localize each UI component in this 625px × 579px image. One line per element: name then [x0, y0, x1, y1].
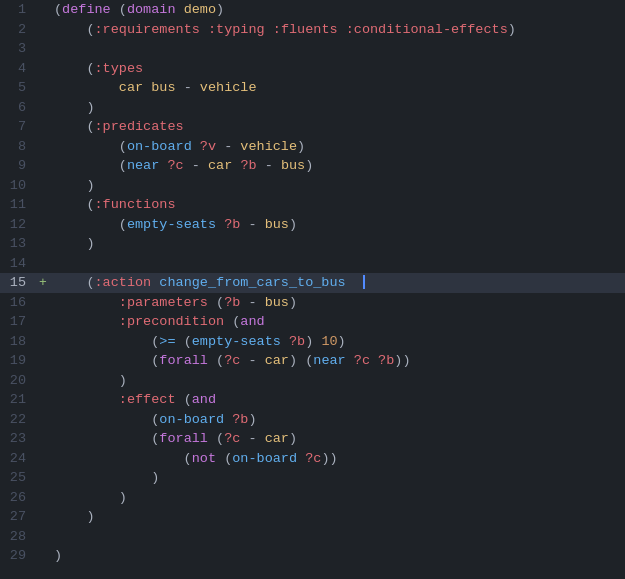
token-plain: [54, 178, 86, 193]
code-line: 15+ (:action change_from_cars_to_bus: [0, 273, 625, 293]
code-content: (:functions: [50, 195, 176, 215]
token-plain: [338, 22, 346, 37]
token-var: ?c: [224, 353, 240, 368]
code-line: 29): [0, 546, 625, 566]
line-number: 23: [0, 429, 36, 449]
token-logic-kw: forall: [159, 353, 208, 368]
token-logic-kw: and: [240, 314, 264, 329]
token-paren: (: [176, 334, 192, 349]
token-var: ?c: [305, 451, 321, 466]
token-action-name: change_from_cars_to_bus: [159, 275, 345, 290]
token-pred-name: empty-seats: [192, 334, 281, 349]
code-line: 12 (empty-seats ?b - bus): [0, 215, 625, 235]
token-pred-name: on-board: [159, 412, 224, 427]
token-dash: -: [216, 139, 240, 154]
line-number: 14: [0, 254, 36, 274]
code-line: 2 (:requirements :typing :fluents :condi…: [0, 20, 625, 40]
token-pred-name: near: [127, 158, 159, 173]
token-plain: [54, 236, 86, 251]
token-logic-kw: not: [192, 451, 216, 466]
token-type-name: car: [119, 80, 143, 95]
token-paren: (: [111, 2, 127, 17]
token-kw-req: :precondition: [119, 314, 224, 329]
token-plain: [265, 22, 273, 37]
line-number: 6: [0, 98, 36, 118]
token-kw-define: define: [62, 2, 111, 17]
line-number: 8: [0, 137, 36, 157]
token-var: ?b: [378, 353, 394, 368]
line-number: 18: [0, 332, 36, 352]
code-content: ): [50, 488, 127, 508]
code-content: (forall (?c - car) (near ?c ?b)): [50, 351, 411, 371]
token-dash: -: [240, 217, 264, 232]
code-content: ): [50, 176, 95, 196]
line-number: 21: [0, 390, 36, 410]
token-paren: (: [54, 119, 95, 134]
code-line: 7 (:predicates: [0, 117, 625, 137]
token-kw-req: :typing: [208, 22, 265, 37]
token-plain: [297, 451, 305, 466]
code-content: (>= (empty-seats ?b) 10): [50, 332, 346, 352]
code-line: 3: [0, 39, 625, 59]
token-paren: ): [305, 158, 313, 173]
code-line: 4 (:types: [0, 59, 625, 79]
token-paren: (: [54, 275, 95, 290]
line-number: 16: [0, 293, 36, 313]
token-plain: [200, 22, 208, 37]
token-paren: (: [54, 139, 127, 154]
token-paren: ): [119, 373, 127, 388]
code-content: (near ?c - car ?b - bus): [50, 156, 313, 176]
token-paren: ): [289, 295, 297, 310]
code-line: 16 :parameters (?b - bus): [0, 293, 625, 313]
code-line: 21 :effect (and: [0, 390, 625, 410]
token-paren: )): [321, 451, 337, 466]
token-paren: (: [54, 353, 159, 368]
line-number: 29: [0, 546, 36, 566]
token-kw-req: :fluents: [273, 22, 338, 37]
code-editor: 1(define (domain demo)2 (:requirements :…: [0, 0, 625, 579]
code-content: (:action change_from_cars_to_bus: [50, 273, 365, 293]
token-paren: ): [289, 431, 297, 446]
token-paren: (: [54, 197, 95, 212]
code-line: 27 ): [0, 507, 625, 527]
token-kw-req: :parameters: [119, 295, 208, 310]
token-plain: [281, 334, 289, 349]
line-number: 20: [0, 371, 36, 391]
token-var: ?c: [167, 158, 183, 173]
code-line: 19 (forall (?c - car) (near ?c ?b)): [0, 351, 625, 371]
token-plain: [192, 139, 200, 154]
token-paren: ): [151, 470, 159, 485]
token-paren: (: [54, 451, 192, 466]
code-content: (:requirements :typing :fluents :conditi…: [50, 20, 516, 40]
line-number: 4: [0, 59, 36, 79]
token-paren: ): [119, 490, 127, 505]
line-number: 15: [0, 273, 36, 293]
code-line: 13 ): [0, 234, 625, 254]
code-line: 17 :precondition (and: [0, 312, 625, 332]
code-line: 18 (>= (empty-seats ?b) 10): [0, 332, 625, 352]
token-type-name: bus: [265, 217, 289, 232]
token-type-name: bus: [265, 295, 289, 310]
code-content: (on-board ?b): [50, 410, 257, 430]
code-line: 26 ): [0, 488, 625, 508]
line-number: 26: [0, 488, 36, 508]
token-paren: ): [86, 100, 94, 115]
token-var: ?b: [289, 334, 305, 349]
token-paren: ): [289, 217, 297, 232]
token-pred-name: >=: [159, 334, 175, 349]
token-dash: -: [257, 158, 281, 173]
token-plain: [54, 80, 119, 95]
token-paren: (: [54, 412, 159, 427]
line-number: 28: [0, 527, 36, 547]
token-plain: [54, 314, 119, 329]
code-content: (forall (?c - car): [50, 429, 297, 449]
line-number: 27: [0, 507, 36, 527]
line-number: 25: [0, 468, 36, 488]
token-paren: ): [86, 178, 94, 193]
token-dash: -: [176, 80, 200, 95]
code-line: 8 (on-board ?v - vehicle): [0, 137, 625, 157]
code-line: 1(define (domain demo): [0, 0, 625, 20]
token-paren: ): [86, 236, 94, 251]
line-number: 24: [0, 449, 36, 469]
line-number: 3: [0, 39, 36, 59]
